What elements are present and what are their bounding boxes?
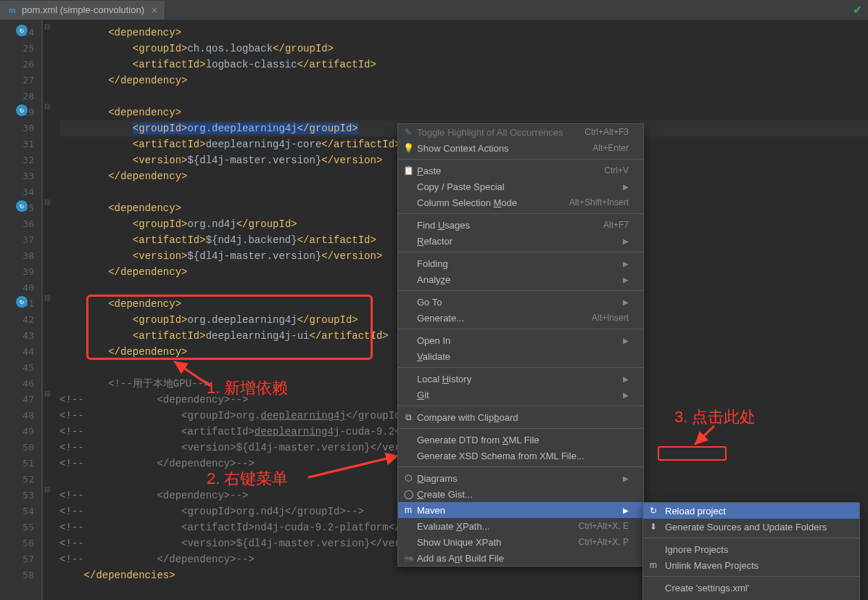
menu-item-unlink-maven-projects[interactable]: mUnlink Maven Projects <box>643 557 859 573</box>
menu-label: Git <box>417 390 429 400</box>
menu-shortcut: Ctrl+Alt+X, E <box>579 521 629 531</box>
menu-label: Create Gist... <box>417 489 473 500</box>
menu-item-toggle-highlight-of-all-occurrences[interactable]: ✎Toggle Highlight of All OccurrencesCtrl… <box>398 124 643 140</box>
menu-item-create-settings-xml[interactable]: Create 'settings.xml' <box>643 580 859 596</box>
gutter-refresh-icon[interactable] <box>16 296 28 308</box>
line-number: 44 <box>0 344 34 360</box>
menu-icon: 💡 <box>402 142 414 154</box>
menu-item-ignore-projects[interactable]: Ignore Projects <box>643 541 859 557</box>
menu-shortcut: Ctrl+Alt+X, P <box>579 537 629 547</box>
menu-item-evaluate-xpath[interactable]: Evaluate XPath...Ctrl+Alt+X, E <box>398 518 643 534</box>
fold-toggle-icon[interactable]: ⊟ <box>44 102 50 110</box>
tab-bar: m pom.xml (simple-convolution) × <box>0 0 868 20</box>
menu-label: Create 'settings.xml' <box>665 583 749 593</box>
menu-label: Toggle Highlight of All Occurrences <box>417 127 563 138</box>
menu-label: Show Unique XPath <box>417 537 501 548</box>
line-number: 43 <box>0 328 34 344</box>
menu-label: Maven <box>417 505 445 516</box>
menu-item-find-usages[interactable]: Find UsagesAlt+F7 <box>398 217 643 233</box>
context-menu[interactable]: ✎Toggle Highlight of All OccurrencesCtrl… <box>397 123 644 567</box>
menu-label: Unlink Maven Projects <box>665 560 759 571</box>
menu-item-copy-paste-special[interactable]: Copy / Paste Special▶ <box>398 178 643 194</box>
menu-icon: ◯ <box>402 488 414 500</box>
line-number: 36 <box>0 216 34 232</box>
line-number: 37 <box>0 232 34 248</box>
line-number: 55 <box>0 519 34 535</box>
code-line[interactable] <box>59 89 868 104</box>
menu-item-reload-project[interactable]: ↻Reload project <box>643 503 859 519</box>
fold-toggle-icon[interactable]: ⊟ <box>44 485 50 493</box>
fold-toggle-icon[interactable]: ⊟ <box>44 390 50 398</box>
menu-item-create-profiles-xml[interactable]: Create 'profiles.xml' <box>643 596 859 600</box>
menu-item-create-gist[interactable]: ◯Create Gist... <box>398 486 643 502</box>
menu-item-open-in[interactable]: Open In▶ <box>398 332 643 348</box>
menu-item-add-as-ant-build-file[interactable]: 🐜Add as Ant Build File <box>398 550 643 566</box>
gutter-refresh-icon[interactable] <box>16 25 28 36</box>
code-line[interactable]: <dependency> <box>59 25 868 41</box>
code-line[interactable]: <dependency> <box>59 104 868 120</box>
line-number: 57 <box>0 551 34 567</box>
menu-item-paste[interactable]: 📋PasteCtrl+V <box>398 163 643 178</box>
line-number: 39 <box>0 264 34 280</box>
line-number: 50 <box>0 440 34 456</box>
menu-item-refactor[interactable]: Refactor▶ <box>398 233 643 249</box>
menu-label: Paste <box>417 165 441 176</box>
close-icon[interactable]: × <box>152 4 157 16</box>
menu-item-compare-with-clipboard[interactable]: ⧉Compare with Clipboard <box>398 409 643 425</box>
code-line[interactable]: <groupId>ch.qos.logback</groupId> <box>59 41 868 57</box>
menu-item-diagrams[interactable]: ⬡Diagrams▶ <box>398 470 643 486</box>
tab-filename: pom.xml (simple-convolution) <box>22 4 144 15</box>
menu-item-column-selection-mode[interactable]: Column Selection ModeAlt+Shift+Insert <box>398 194 643 210</box>
gutter-refresh-icon[interactable] <box>16 200 28 212</box>
menu-item-generate-xsd-schema-from-xml-file[interactable]: Generate XSD Schema from XML File... <box>398 448 643 464</box>
menu-icon: 🐜 <box>402 552 414 564</box>
submenu-arrow-icon: ▶ <box>623 183 629 191</box>
menu-icon: ⬡ <box>402 472 414 484</box>
line-number: 42 <box>0 312 34 328</box>
menu-item-validate[interactable]: Validate <box>398 348 643 364</box>
line-number: 27 <box>0 73 34 89</box>
menu-label: Ignore Projects <box>665 544 728 555</box>
menu-separator <box>398 252 643 252</box>
menu-icon: ⧉ <box>402 411 414 423</box>
fold-toggle-icon[interactable]: ⊟ <box>44 22 50 30</box>
menu-item-show-unique-xpath[interactable]: Show Unique XPathCtrl+Alt+X, P <box>398 534 643 550</box>
maven-submenu[interactable]: ↻Reload project⬇Generate Sources and Upd… <box>642 502 860 600</box>
menu-shortcut: Alt+Enter <box>592 143 629 153</box>
menu-item-generate-sources-and-update-folders[interactable]: ⬇Generate Sources and Update Folders <box>643 519 859 535</box>
line-number: 45 <box>0 360 34 376</box>
menu-label: Validate <box>417 351 450 362</box>
menu-separator <box>398 467 643 467</box>
editor-tab[interactable]: m pom.xml (simple-convolution) × <box>0 1 165 20</box>
menu-item-folding[interactable]: Folding▶ <box>398 255 643 271</box>
menu-item-maven[interactable]: mMaven▶ <box>398 502 643 518</box>
line-number: 52 <box>0 472 34 488</box>
menu-label: Generate... <box>417 313 464 324</box>
menu-item-show-context-actions[interactable]: 💡Show Context ActionsAlt+Enter <box>398 140 643 156</box>
line-number: 56 <box>0 535 34 551</box>
line-number: 31 <box>0 136 34 152</box>
status-check-icon: ✔ <box>853 3 862 17</box>
menu-item-go-to[interactable]: Go To▶ <box>398 294 643 310</box>
menu-item-generate-dtd-from-xml-file[interactable]: Generate DTD from XML File <box>398 432 643 448</box>
submenu-arrow-icon: ▶ <box>623 276 629 284</box>
submenu-arrow-icon: ▶ <box>623 506 629 514</box>
line-number: 54 <box>0 504 34 519</box>
code-line[interactable]: <artifactId>logback-classic</artifactId> <box>59 57 868 73</box>
menu-item-analyze[interactable]: Analyze▶ <box>398 271 643 287</box>
menu-item-local-history[interactable]: Local History▶ <box>398 371 643 387</box>
menu-shortcut: Alt+Insert <box>592 313 629 323</box>
fold-toggle-icon[interactable]: ⊟ <box>44 294 50 302</box>
menu-separator <box>398 329 643 329</box>
code-line[interactable]: </dependency> <box>59 73 868 89</box>
menu-label: Add as Ant Build File <box>417 553 504 564</box>
gutter-refresh-icon[interactable] <box>16 104 28 116</box>
line-number: 38 <box>0 248 34 264</box>
menu-item-generate[interactable]: Generate...Alt+Insert <box>398 310 643 326</box>
menu-separator <box>398 406 643 406</box>
line-number: 58 <box>0 567 34 583</box>
menu-item-git[interactable]: Git▶ <box>398 387 643 403</box>
menu-separator <box>398 213 643 214</box>
fold-column[interactable]: ⊟⊟⊟⊟⊟⊟ <box>42 20 52 600</box>
fold-toggle-icon[interactable]: ⊟ <box>44 198 50 206</box>
